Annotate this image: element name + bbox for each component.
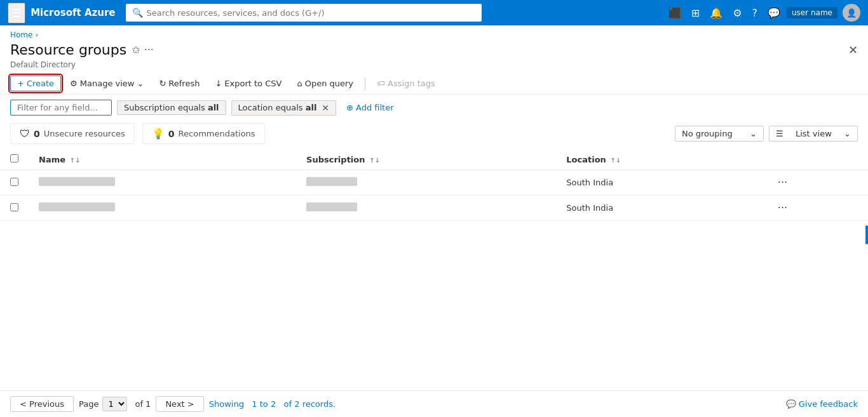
create-plus-icon: +	[17, 79, 24, 88]
page-header: Resource groups ✩ ··· ✕	[0, 39, 868, 60]
shield-icon: 🛡	[20, 128, 30, 140]
brand-label: Microsoft Azure	[31, 7, 115, 18]
subtitle: Default Directory	[0, 60, 868, 73]
records-showing: Showing	[209, 399, 244, 409]
manage-view-label: Manage view	[80, 79, 135, 88]
export-csv-button[interactable]: ↓ Export to CSV	[208, 76, 288, 91]
export-icon: ↓	[215, 79, 222, 88]
row1-name-redacted	[39, 177, 115, 186]
feedback-nav-icon: 💬	[768, 7, 780, 19]
subscription-filter-label: Subscription equals all	[124, 103, 219, 112]
manage-view-chevron: ⌄	[137, 79, 144, 88]
stats-row: 🛡 0 Unsecure resources 💡 0 Recommendatio…	[0, 121, 868, 149]
unsecure-stat-card[interactable]: 🛡 0 Unsecure resources	[10, 123, 135, 144]
row1-subscription-redacted	[306, 177, 357, 186]
location-filter-remove[interactable]: ✕	[322, 103, 329, 113]
row2-actions-cell: ···	[764, 195, 868, 221]
add-filter-icon: ⊕	[346, 103, 353, 112]
give-feedback-button[interactable]: 💬 Give feedback	[786, 399, 858, 409]
close-button[interactable]: ✕	[848, 43, 858, 56]
previous-button[interactable]: < Previous	[10, 396, 74, 412]
feedback-label: Give feedback	[799, 399, 858, 409]
feedback-nav-button[interactable]: 💬	[764, 4, 784, 22]
unsecure-count: 0	[34, 129, 40, 139]
nav-icons: ⬛ ⊞ 🔔 ⚙ ? 💬 user name 👤	[665, 4, 860, 22]
recommendations-label: Recommendations	[179, 129, 255, 138]
breadcrumb-home[interactable]: Home	[10, 30, 32, 39]
location-sort-icon: ↑↓	[610, 157, 621, 164]
table-row: South India ···	[0, 170, 868, 195]
refresh-icon: ↻	[159, 79, 166, 88]
manage-view-icon: ⚙	[70, 79, 78, 88]
grouping-dropdown[interactable]: No grouping ⌄	[675, 126, 764, 142]
export-label: Export to CSV	[224, 79, 281, 88]
refresh-button[interactable]: ↻ Refresh	[153, 76, 206, 91]
assign-tags-button[interactable]: 🏷 Assign tags	[370, 76, 442, 91]
open-query-button[interactable]: ⌂ Open query	[290, 76, 360, 91]
row1-more-button[interactable]: ···	[774, 175, 791, 190]
row2-subscription-cell	[296, 195, 556, 221]
subscription-sort-icon: ↑↓	[369, 157, 380, 164]
add-filter-label: Add filter	[356, 103, 394, 112]
page-label: Page	[79, 399, 98, 409]
row1-name-cell	[29, 170, 296, 195]
view-icon: ☰	[776, 129, 783, 138]
cloud-shell-button[interactable]: ⬛	[665, 4, 685, 22]
recommendations-stat-card[interactable]: 💡 0 Recommendations	[142, 123, 265, 144]
page-info: Page 1 of 1	[79, 397, 151, 411]
assign-tags-label: Assign tags	[388, 79, 435, 88]
next-button[interactable]: Next >	[156, 396, 203, 412]
row1-subscription-cell	[296, 170, 556, 195]
recommendations-icon: 💡	[152, 128, 165, 140]
name-column-header[interactable]: Name ↑↓	[29, 149, 296, 170]
filter-input[interactable]	[10, 100, 112, 116]
settings-icon: ⚙	[733, 7, 742, 19]
row2-more-button[interactable]: ···	[774, 201, 791, 215]
row1-checkbox[interactable]	[10, 178, 18, 186]
row2-checkbox[interactable]	[10, 203, 18, 211]
recommendations-count: 0	[168, 129, 175, 139]
view-chevron-icon: ⌄	[844, 129, 851, 138]
user-label: user name	[792, 8, 832, 17]
scrollbar-indicator	[865, 225, 868, 244]
create-button[interactable]: + Create	[10, 76, 61, 91]
cloud-shell-icon: ⬛	[668, 7, 681, 19]
location-col-label: Location	[566, 155, 606, 164]
page-of: of 1	[135, 399, 151, 409]
name-col-label: Name	[39, 155, 65, 164]
bell-icon: 🔔	[710, 7, 722, 19]
location-filter-label: Location equals all	[238, 103, 317, 112]
row2-checkbox-cell	[0, 195, 29, 221]
tags-icon: 🏷	[377, 79, 385, 88]
hamburger-button[interactable]: ☰	[8, 3, 25, 23]
row1-actions-cell: ···	[764, 170, 868, 195]
page-select[interactable]: 1	[102, 397, 127, 411]
add-filter-button[interactable]: ⊕ Add filter	[341, 101, 398, 114]
avatar[interactable]: 👤	[843, 4, 860, 22]
avatar-icon: 👤	[846, 8, 857, 18]
notifications-button[interactable]: 🔔	[706, 4, 726, 22]
records-info: Showing 1 to 2 of 2 records.	[209, 399, 336, 409]
manage-view-button[interactable]: ⚙ Manage view ⌄	[64, 76, 150, 91]
actions-column-header	[764, 149, 868, 170]
select-all-checkbox[interactable]	[10, 154, 18, 162]
view-dropdown[interactable]: ☰ List view ⌄	[769, 126, 858, 142]
help-button[interactable]: ?	[748, 4, 761, 22]
records-total: of 2 records.	[284, 399, 336, 409]
table-row: South India ···	[0, 195, 868, 221]
directory-button[interactable]: ⊞	[688, 4, 703, 22]
settings-button[interactable]: ⚙	[729, 4, 745, 22]
pin-icon[interactable]: ✩	[132, 44, 140, 56]
grouping-chevron-icon: ⌄	[750, 129, 757, 138]
select-all-column	[0, 149, 29, 170]
row2-subscription-redacted	[306, 202, 357, 211]
row1-checkbox-cell	[0, 170, 29, 195]
filter-bar: Subscription equals all Location equals …	[0, 95, 868, 121]
ellipsis-icon[interactable]: ···	[144, 44, 154, 56]
location-filter-tag: Location equals all ✕	[231, 100, 337, 116]
resource-groups-table: Name ↑↓ Subscription ↑↓ Location ↑↓	[0, 149, 868, 221]
location-column-header[interactable]: Location ↑↓	[556, 149, 764, 170]
main-content: Home › Resource groups ✩ ··· ✕ Default D…	[0, 25, 868, 417]
search-input[interactable]	[147, 8, 475, 18]
subscription-column-header[interactable]: Subscription ↑↓	[296, 149, 556, 170]
